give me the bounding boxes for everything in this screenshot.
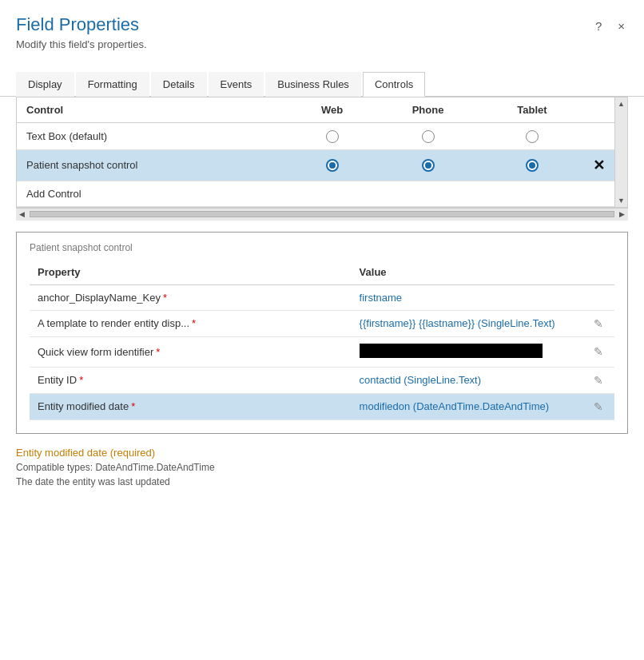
col-value: Value bbox=[352, 261, 582, 285]
dialog-header: Field Properties Modify this field's pro… bbox=[0, 0, 644, 57]
property-label: anchor_DisplayName_Key* bbox=[30, 284, 352, 310]
radio-empty bbox=[326, 130, 339, 143]
info-line-2: The date the entity was last updated bbox=[16, 475, 628, 489]
info-title: Entity modified date (required) bbox=[16, 447, 628, 459]
scroll-up-arrow[interactable]: ▲ bbox=[615, 97, 627, 110]
content-area: Control Web Phone Tablet Text Box (defau… bbox=[0, 97, 644, 505]
row-action bbox=[583, 123, 614, 150]
table-row[interactable]: Entity modified date* modifiedon (DateAn… bbox=[30, 393, 614, 419]
horizontal-scrollbar[interactable]: ◀ ▶ bbox=[16, 208, 628, 221]
controls-table-header: Control Web Phone Tablet bbox=[17, 97, 614, 123]
info-line-1: Compatible types: DateAndTime.DateAndTim… bbox=[16, 460, 628, 475]
col-phone: Phone bbox=[375, 97, 481, 123]
tab-controls[interactable]: Controls bbox=[363, 72, 425, 97]
value-text: contactid (SingleLine.Text) bbox=[360, 374, 481, 386]
required-indicator: * bbox=[79, 374, 83, 386]
edit-action[interactable]: ✎ bbox=[582, 393, 614, 419]
edit-action[interactable]: ✎ bbox=[582, 336, 614, 367]
table-row[interactable]: anchor_DisplayName_Key* firstname bbox=[30, 284, 614, 310]
property-label: A template to render entity disp...* bbox=[30, 310, 352, 336]
scroll-thumb[interactable] bbox=[30, 211, 614, 217]
property-value: modifiedon (DateAndTime.DateAndTime) bbox=[352, 393, 582, 419]
tablet-radio[interactable] bbox=[481, 149, 583, 181]
required-indicator: * bbox=[131, 400, 135, 412]
tab-details[interactable]: Details bbox=[151, 72, 207, 97]
tab-formatting[interactable]: Formatting bbox=[76, 72, 149, 97]
col-control: Control bbox=[17, 97, 289, 123]
property-table: Property Value anchor_DisplayName_Key* f… bbox=[30, 261, 614, 420]
radio-empty bbox=[526, 130, 539, 143]
required-indicator: * bbox=[192, 317, 196, 329]
scroll-right-arrow[interactable]: ▶ bbox=[616, 210, 628, 218]
col-edit bbox=[582, 261, 614, 285]
property-value: firstname bbox=[352, 284, 582, 310]
tab-events[interactable]: Events bbox=[209, 72, 264, 97]
web-radio[interactable] bbox=[289, 123, 375, 150]
table-row[interactable]: A template to render entity disp...* {{f… bbox=[30, 310, 614, 336]
property-section-title: Patient snapshot control bbox=[30, 242, 614, 253]
info-section: Entity modified date (required) Compatib… bbox=[16, 443, 628, 492]
edit-icon[interactable]: ✎ bbox=[590, 399, 606, 415]
value-black-bar bbox=[360, 344, 543, 358]
radio-filled bbox=[526, 159, 539, 172]
add-control-label[interactable]: Add Control bbox=[17, 181, 614, 206]
help-button[interactable]: ? bbox=[592, 18, 605, 34]
control-name: Text Box (default) bbox=[17, 123, 289, 150]
property-value: {{firstname}} {{lastname}} (SingleLine.T… bbox=[352, 310, 582, 336]
property-label: Quick view form identifier* bbox=[30, 336, 352, 367]
phone-radio[interactable] bbox=[375, 149, 481, 181]
radio-filled bbox=[326, 159, 339, 172]
close-button[interactable]: × bbox=[614, 18, 628, 34]
value-text: {{firstname}} {{lastname}} (SingleLine.T… bbox=[360, 317, 555, 329]
edit-action[interactable]: ✎ bbox=[582, 310, 614, 336]
radio-empty bbox=[422, 130, 435, 143]
table-row[interactable]: Patient snapshot control ✕ bbox=[17, 149, 614, 181]
tab-business-rules[interactable]: Business Rules bbox=[265, 72, 361, 97]
col-web: Web bbox=[289, 97, 375, 123]
property-value: contactid (SingleLine.Text) bbox=[352, 367, 582, 393]
value-text: modifiedon (DateAndTime.DateAndTime) bbox=[360, 400, 549, 412]
value-text: firstname bbox=[360, 292, 402, 304]
dialog-title: Field Properties bbox=[16, 14, 147, 35]
property-label: Entity modified date* bbox=[30, 393, 352, 419]
controls-table: Control Web Phone Tablet Text Box (defau… bbox=[17, 97, 614, 207]
header-text: Field Properties Modify this field's pro… bbox=[16, 14, 147, 50]
phone-radio[interactable] bbox=[375, 123, 481, 150]
close-icon: ✕ bbox=[593, 157, 605, 173]
remove-control[interactable]: ✕ bbox=[583, 149, 614, 181]
add-control-row[interactable]: Add Control bbox=[17, 181, 614, 206]
scroll-left-arrow[interactable]: ◀ bbox=[16, 210, 28, 218]
required-indicator: * bbox=[156, 346, 160, 358]
table-row[interactable]: Entity ID* contactid (SingleLine.Text) ✎ bbox=[30, 367, 614, 393]
web-radio[interactable] bbox=[289, 149, 375, 181]
required-indicator: * bbox=[163, 292, 167, 304]
property-label: Entity ID* bbox=[30, 367, 352, 393]
tablet-radio[interactable] bbox=[481, 123, 583, 150]
property-section: Patient snapshot control Property Value … bbox=[16, 232, 628, 434]
edit-action bbox=[582, 284, 614, 310]
col-actions bbox=[583, 97, 614, 123]
edit-icon[interactable]: ✎ bbox=[590, 372, 606, 388]
property-table-header: Property Value bbox=[30, 261, 614, 285]
tabs-bar: Display Formatting Details Events Busine… bbox=[0, 71, 644, 97]
col-property: Property bbox=[30, 261, 352, 285]
control-name: Patient snapshot control bbox=[17, 149, 289, 181]
edit-icon[interactable]: ✎ bbox=[590, 344, 606, 360]
table-row[interactable]: Text Box (default) bbox=[17, 123, 614, 150]
dialog-subtitle: Modify this field's properties. bbox=[16, 38, 147, 50]
header-actions: ? × bbox=[592, 14, 628, 34]
scroll-down-arrow[interactable]: ▼ bbox=[615, 194, 627, 207]
col-tablet: Tablet bbox=[481, 97, 583, 123]
tab-display[interactable]: Display bbox=[16, 72, 74, 97]
radio-filled bbox=[422, 159, 435, 172]
property-value bbox=[352, 336, 582, 367]
edit-action[interactable]: ✎ bbox=[582, 367, 614, 393]
vertical-scrollbar[interactable]: ▲ ▼ bbox=[614, 97, 627, 207]
edit-icon[interactable]: ✎ bbox=[590, 316, 606, 332]
table-row[interactable]: Quick view form identifier* ✎ bbox=[30, 336, 614, 367]
controls-table-container: Control Web Phone Tablet Text Box (defau… bbox=[16, 97, 628, 221]
